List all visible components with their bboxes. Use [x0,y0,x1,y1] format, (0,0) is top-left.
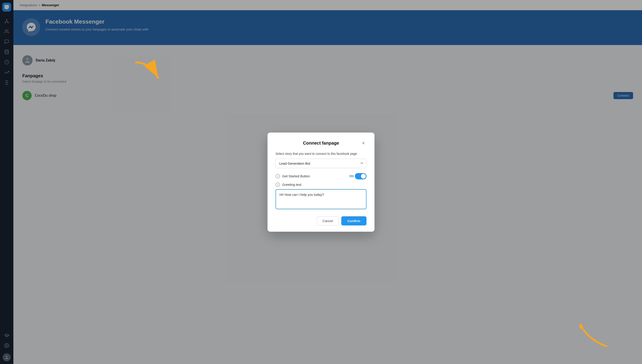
story-dropdown[interactable]: Lead Generation Bot Customer Support Bot… [276,158,366,168]
modal-overlay: Connect fanpage × Select story that you … [0,0,642,364]
modal-footer: Cancel Confirm [276,216,366,226]
cancel-button[interactable]: Cancel [317,216,339,226]
greeting-textarea[interactable]: Hi! How can I help you today? [276,189,366,209]
modal-subtitle: Select story that you want to connect to… [276,152,366,156]
greeting-info-icon[interactable]: i [276,182,280,187]
get-started-label: Get Started Button [282,174,347,178]
toggle-track[interactable] [355,173,366,179]
modal-header: Connect fanpage × [276,140,366,146]
modal-title: Connect fanpage [303,140,339,146]
arrow-to-confirm [579,324,611,351]
toggle-thumb [361,174,366,179]
get-started-toggle[interactable]: ON [349,173,367,179]
modal-close-button[interactable]: × [360,140,366,146]
get-started-row: i Get Started Button ON [276,173,366,179]
arrow-to-textarea [132,58,167,85]
toggle-on-label: ON [349,174,354,178]
greeting-label: Greeting text [282,183,366,186]
greeting-row: i Greeting text [276,182,366,187]
confirm-button[interactable]: Confirm [341,216,367,226]
connect-fanpage-modal: Connect fanpage × Select story that you … [268,132,374,232]
get-started-info-icon[interactable]: i [276,174,280,178]
